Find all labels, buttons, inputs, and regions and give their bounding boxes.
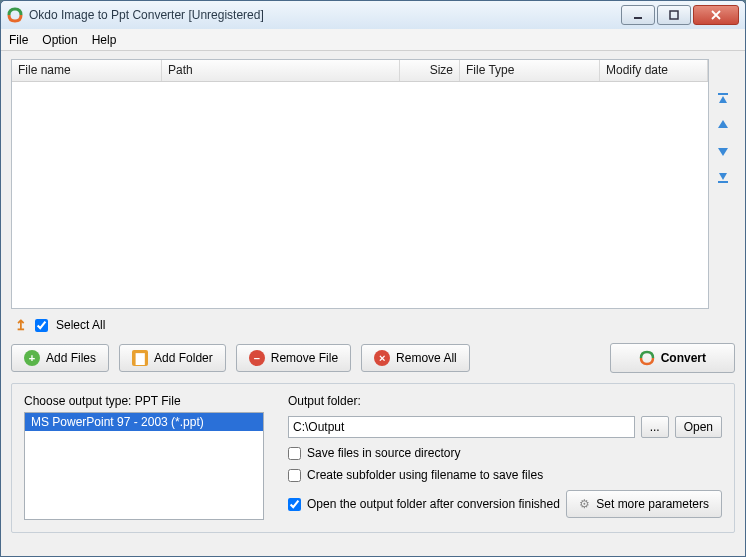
- move-down-button[interactable]: [713, 141, 733, 161]
- app-window: Okdo Image to Ppt Converter [Unregistere…: [0, 0, 746, 557]
- output-panel: Choose output type: PPT File MS PowerPoi…: [11, 383, 735, 533]
- menubar: File Option Help: [1, 29, 745, 51]
- col-filetype[interactable]: File Type: [460, 60, 600, 81]
- open-after-checkbox[interactable]: [288, 498, 301, 511]
- output-folder-section: Output folder: ... Open Save files in so…: [288, 394, 722, 520]
- remove-all-button[interactable]: × Remove All: [361, 344, 470, 372]
- remove-all-icon: ×: [374, 350, 390, 366]
- titlebar[interactable]: Okdo Image to Ppt Converter [Unregistere…: [1, 1, 745, 29]
- output-folder-input[interactable]: [288, 416, 635, 438]
- save-source-label: Save files in source directory: [307, 446, 460, 460]
- client-area: File name Path Size File Type Modify dat…: [1, 51, 745, 556]
- output-folder-label: Output folder:: [288, 394, 722, 408]
- open-folder-button[interactable]: Open: [675, 416, 722, 438]
- gear-icon: ⚙: [579, 497, 590, 511]
- maximize-button[interactable]: [657, 5, 691, 25]
- select-all-label: Select All: [56, 318, 105, 332]
- close-button[interactable]: [693, 5, 739, 25]
- output-folder-row: ... Open: [288, 416, 722, 438]
- svg-rect-1: [670, 11, 678, 19]
- add-folder-button[interactable]: ▇ Add Folder: [119, 344, 226, 372]
- table-header: File name Path Size File Type Modify dat…: [12, 60, 708, 82]
- plus-icon: +: [24, 350, 40, 366]
- svg-rect-2: [718, 93, 728, 95]
- set-more-parameters-button[interactable]: ⚙ Set more parameters: [566, 490, 722, 518]
- output-type-list[interactable]: MS PowerPoint 97 - 2003 (*.ppt): [24, 412, 264, 520]
- remove-file-button[interactable]: – Remove File: [236, 344, 351, 372]
- folder-icon: ▇: [132, 350, 148, 366]
- action-row: + Add Files ▇ Add Folder – Remove File ×…: [11, 339, 735, 377]
- convert-button[interactable]: Convert: [610, 343, 735, 373]
- menu-file[interactable]: File: [9, 33, 28, 47]
- menu-option[interactable]: Option: [42, 33, 77, 47]
- output-type-item[interactable]: MS PowerPoint 97 - 2003 (*.ppt): [25, 413, 263, 431]
- browse-button[interactable]: ...: [641, 416, 669, 438]
- up-folder-icon[interactable]: ↥: [15, 317, 27, 333]
- move-bottom-button[interactable]: [713, 167, 733, 187]
- reorder-rail: [713, 59, 735, 309]
- app-icon: [7, 7, 23, 23]
- save-source-checkbox[interactable]: [288, 447, 301, 460]
- select-all-checkbox[interactable]: [35, 319, 48, 332]
- col-filename[interactable]: File name: [12, 60, 162, 81]
- bottom-row: Open the output folder after conversion …: [288, 490, 722, 518]
- svg-rect-0: [634, 17, 642, 19]
- select-all-row: ↥ Select All: [11, 315, 735, 333]
- move-up-button[interactable]: [713, 115, 733, 135]
- remove-icon: –: [249, 350, 265, 366]
- menu-help[interactable]: Help: [92, 33, 117, 47]
- output-type-section: Choose output type: PPT File MS PowerPoi…: [24, 394, 264, 520]
- choose-output-label: Choose output type: PPT File: [24, 394, 264, 408]
- minimize-button[interactable]: [621, 5, 655, 25]
- col-size[interactable]: Size: [400, 60, 460, 81]
- move-top-button[interactable]: [713, 89, 733, 109]
- create-subfolder-row: Create subfolder using filename to save …: [288, 468, 722, 482]
- create-subfolder-label: Create subfolder using filename to save …: [307, 468, 543, 482]
- svg-rect-3: [718, 181, 728, 183]
- create-subfolder-checkbox[interactable]: [288, 469, 301, 482]
- save-source-row: Save files in source directory: [288, 446, 722, 460]
- open-after-label: Open the output folder after conversion …: [307, 497, 560, 511]
- col-path[interactable]: Path: [162, 60, 400, 81]
- window-controls: [621, 5, 739, 25]
- file-list[interactable]: File name Path Size File Type Modify dat…: [11, 59, 709, 309]
- convert-icon: [639, 350, 655, 366]
- file-list-wrap: File name Path Size File Type Modify dat…: [11, 59, 735, 309]
- add-files-button[interactable]: + Add Files: [11, 344, 109, 372]
- col-modify[interactable]: Modify date: [600, 60, 708, 81]
- window-title: Okdo Image to Ppt Converter [Unregistere…: [29, 8, 621, 22]
